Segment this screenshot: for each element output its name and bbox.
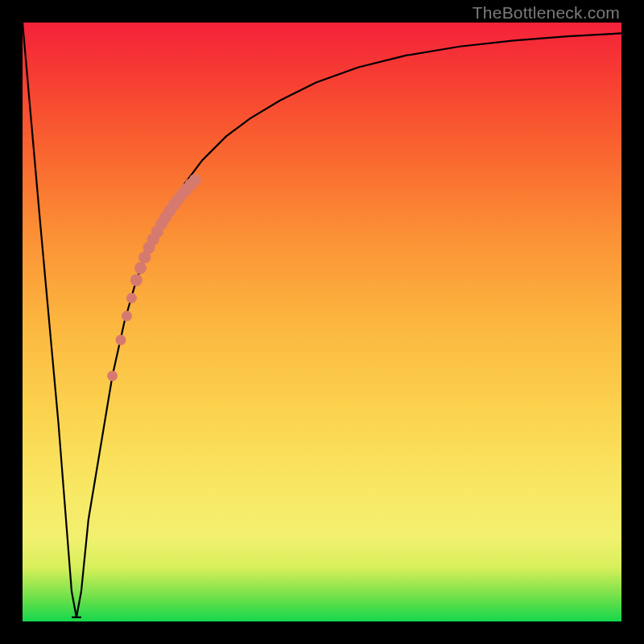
- chart-frame: TheBottleneck.com: [0, 0, 644, 644]
- highlight-dot: [122, 311, 132, 321]
- highlight-dot: [116, 335, 126, 345]
- highlight-dot: [189, 174, 201, 186]
- highlight-dot: [107, 370, 118, 381]
- plot-area: [23, 23, 621, 621]
- highlight-dots: [107, 174, 201, 381]
- highlight-dot: [126, 293, 137, 303]
- plot-overlay: [23, 23, 621, 621]
- bottleneck-curve-path: [23, 23, 621, 617]
- watermark-text: TheBottleneck.com: [473, 3, 620, 23]
- highlight-dot: [130, 274, 142, 286]
- highlight-dot: [134, 262, 147, 275]
